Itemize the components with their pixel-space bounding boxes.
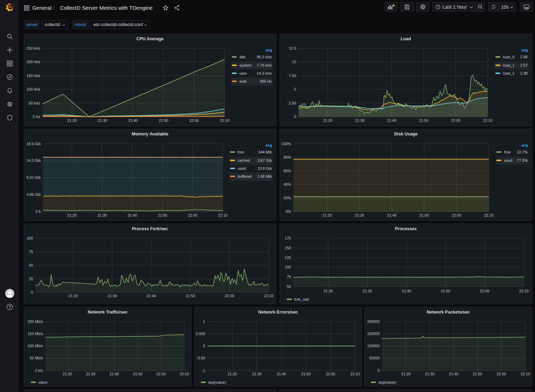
svg-text:?: ? <box>8 304 11 309</box>
